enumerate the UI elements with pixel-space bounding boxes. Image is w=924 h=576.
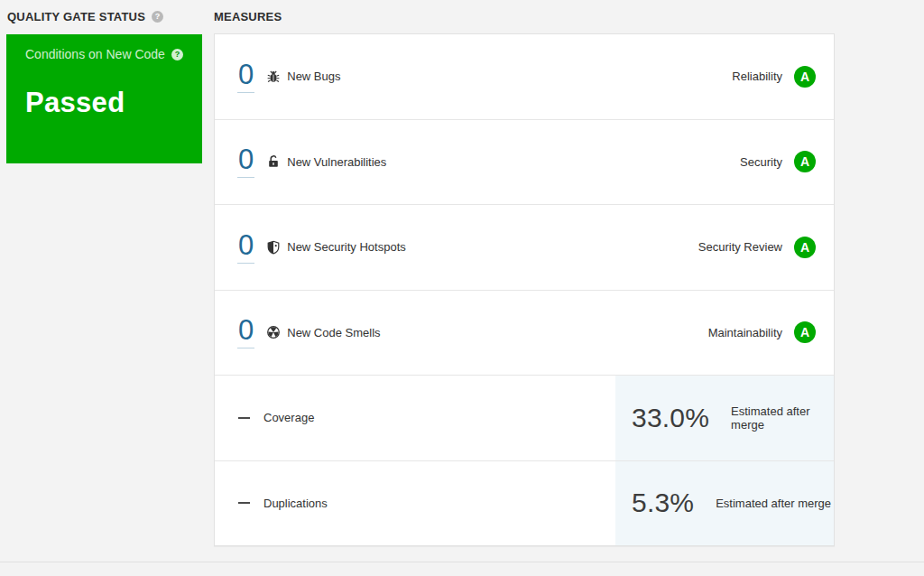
conditions-label: Conditions on New Code	[25, 47, 165, 61]
new-vulnerabilities-count-link[interactable]: 0	[237, 145, 254, 178]
measures-title-text: MEASURES	[214, 10, 282, 23]
security-hotspot-icon	[266, 240, 281, 255]
duplications-estimate-panel: 5.3% Estimated after merge	[615, 461, 834, 546]
domain-label: Maintainability	[708, 326, 782, 339]
new-security-hotspots-count-link[interactable]: 0	[237, 231, 254, 264]
quality-gate-status-value: Passed	[25, 87, 189, 119]
new-code-smells-count-link[interactable]: 0	[237, 316, 254, 348]
measures-card: 0 New Bugs Reliability A 0	[214, 33, 835, 546]
measure-row-duplications: Duplications 5.3% Estimated after merge	[215, 461, 834, 546]
lock-icon	[266, 154, 281, 169]
measure-label: Coverage	[263, 411, 314, 424]
quality-gate-title-text: QUALITY GATE STATUS	[7, 10, 145, 23]
measure-label: Duplications	[263, 497, 328, 510]
conditions-on-new-code: Conditions on New Code ?	[25, 47, 189, 61]
estimate-note: Estimated after merge	[731, 404, 834, 432]
measure-row-new-bugs: 0 New Bugs Reliability A	[215, 34, 834, 120]
measures-section-title: MEASURES	[214, 10, 282, 23]
help-icon[interactable]: ?	[152, 11, 163, 23]
measure-label: New Code Smells	[287, 326, 380, 339]
bottom-divider	[0, 562, 924, 562]
domain-label: Reliability	[732, 70, 782, 83]
dash-icon	[238, 417, 250, 419]
measure-label: New Bugs	[287, 70, 340, 83]
rating-badge: A	[794, 237, 816, 258]
quality-gate-section-title: QUALITY GATE STATUS ?	[7, 10, 163, 23]
domain-label: Security	[740, 155, 782, 169]
measure-row-coverage: Coverage 33.0% Estimated after merge	[215, 376, 834, 461]
bug-icon	[266, 70, 281, 84]
duplications-value: 5.3%	[632, 488, 694, 518]
measure-row-new-security-hotspots: 0 New Security Hotspots Security Review …	[215, 205, 834, 291]
help-icon[interactable]: ?	[171, 49, 183, 60]
estimate-note: Estimated after merge	[716, 497, 831, 510]
measure-row-new-code-smells: 0 New Code Smells Maintainability A	[215, 291, 834, 376]
rating-badge: A	[794, 321, 816, 343]
dash-icon	[238, 502, 250, 504]
measure-label: New Security Hotspots	[287, 240, 406, 254]
domain-label: Security Review	[698, 240, 782, 254]
quality-gate-status-card: Conditions on New Code ? Passed	[6, 34, 202, 163]
measure-row-new-vulnerabilities: 0 New Vulnerabilities Security A	[215, 120, 834, 206]
rating-badge: A	[794, 66, 816, 88]
new-bugs-count-link[interactable]: 0	[237, 60, 254, 93]
measure-label: New Vulnerabilities	[287, 155, 386, 169]
rating-badge: A	[794, 151, 816, 172]
code-smell-icon	[266, 325, 281, 339]
coverage-value: 33.0%	[632, 403, 709, 433]
coverage-estimate-panel: 33.0% Estimated after merge	[615, 376, 834, 460]
